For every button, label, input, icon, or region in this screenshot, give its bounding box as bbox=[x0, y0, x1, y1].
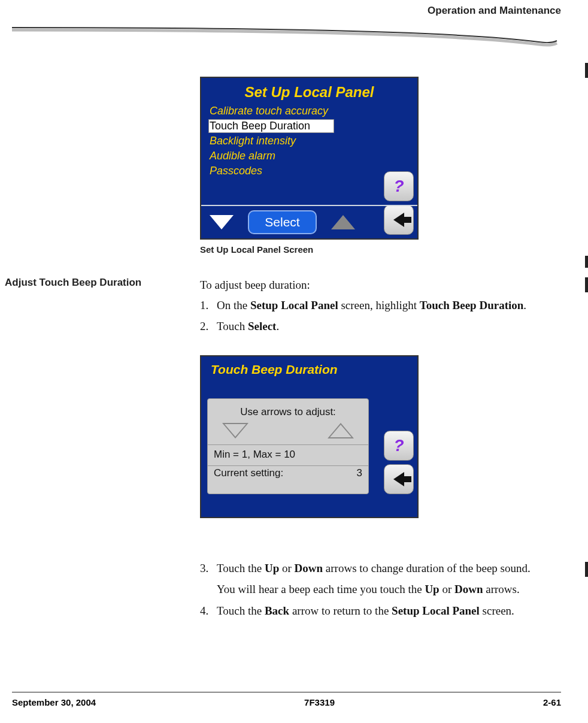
panel-title: Set Up Local Panel bbox=[201, 78, 417, 101]
back-button[interactable] bbox=[384, 464, 414, 494]
text: Touch the bbox=[217, 562, 265, 574]
menu-item-calibrate[interactable]: Calibrate touch accuracy bbox=[208, 104, 334, 118]
current-label: Current setting: bbox=[214, 467, 283, 479]
range-label: Min = 1, Max = 10 bbox=[208, 445, 368, 462]
text: You will hear a beep each time you touch… bbox=[217, 583, 425, 595]
question-icon: ? bbox=[393, 177, 404, 196]
panel-title: Touch Beep Duration bbox=[201, 356, 417, 377]
text: or bbox=[279, 562, 294, 574]
text: arrows to change duration of the beep so… bbox=[323, 562, 531, 574]
step-number: 3. bbox=[200, 560, 208, 577]
step-number: 4. bbox=[200, 603, 208, 620]
text: . bbox=[523, 299, 526, 311]
page-footer: September 30, 2004 7F3319 2-61 bbox=[12, 692, 561, 707]
step-2: 2. Touch Select. bbox=[200, 318, 565, 335]
footer-date: September 30, 2004 bbox=[12, 697, 96, 707]
step-3: 3. Touch the Up or Down arrows to change… bbox=[200, 560, 565, 577]
up-arrow-icon[interactable] bbox=[331, 215, 355, 229]
header-swoosh bbox=[12, 24, 569, 48]
question-icon: ? bbox=[393, 436, 404, 455]
chapter-title: Operation and Maintenance bbox=[428, 5, 561, 17]
bold-text: Setup Local Panel bbox=[250, 299, 338, 311]
text: On the bbox=[217, 299, 250, 311]
revision-bar bbox=[585, 63, 588, 78]
step-4: 4. Touch the Back arrow to return to the… bbox=[200, 603, 565, 620]
help-button[interactable]: ? bbox=[384, 171, 414, 201]
help-button[interactable]: ? bbox=[384, 431, 414, 461]
back-arrow-icon bbox=[393, 472, 404, 486]
text: or bbox=[440, 583, 454, 595]
menu-item-alarm[interactable]: Audible alarm bbox=[208, 149, 334, 163]
text: screen. bbox=[480, 604, 514, 617]
current-value: 3 bbox=[357, 467, 362, 479]
bold-text: Setup Local Panel bbox=[392, 604, 480, 617]
step-3-cont: You will hear a beep each time you touch… bbox=[200, 581, 565, 598]
bold-text: Touch Beep Duration bbox=[420, 299, 524, 311]
bold-text: Back bbox=[265, 604, 289, 617]
menu-list: Calibrate touch accuracy Touch Beep Dura… bbox=[208, 104, 417, 178]
revision-bar bbox=[585, 562, 588, 577]
text: . bbox=[276, 320, 279, 332]
bold-text: Up bbox=[265, 562, 279, 574]
down-arrow-icon[interactable] bbox=[222, 423, 248, 438]
bottom-bar: Select bbox=[201, 205, 417, 238]
down-arrow-icon[interactable] bbox=[210, 215, 234, 229]
revision-bar bbox=[585, 256, 588, 268]
intro-text: To adjust beep duration: bbox=[200, 277, 565, 294]
adjust-panel: Use arrows to adjust: Min = 1, Max = 10 … bbox=[207, 398, 369, 494]
footer-page: 2-61 bbox=[543, 697, 561, 707]
text: arrows. bbox=[483, 583, 520, 595]
step-number: 2. bbox=[200, 318, 208, 335]
bold-text: Up bbox=[425, 583, 439, 595]
menu-item-touch-beep[interactable]: Touch Beep Duration bbox=[208, 119, 334, 133]
bold-text: Down bbox=[454, 583, 483, 595]
select-button[interactable]: Select bbox=[248, 210, 317, 234]
up-arrow-icon[interactable] bbox=[328, 423, 354, 438]
bold-text: Select bbox=[248, 320, 276, 332]
revision-bar bbox=[585, 277, 588, 292]
bold-text: Down bbox=[295, 562, 323, 574]
step-number: 1. bbox=[200, 297, 208, 314]
menu-item-backlight[interactable]: Backlight intensity bbox=[208, 134, 334, 148]
instruction-label: Use arrows to adjust: bbox=[208, 399, 368, 418]
text: Touch the bbox=[217, 604, 265, 617]
text: arrow to return to the bbox=[289, 604, 392, 617]
section-heading: Adjust Touch Beep Duration bbox=[5, 277, 141, 289]
figure-caption: Set Up Local Panel Screen bbox=[200, 244, 313, 255]
menu-item-passcodes[interactable]: Passcodes bbox=[208, 164, 334, 178]
step-1: 1. On the Setup Local Panel screen, high… bbox=[200, 297, 565, 314]
touch-beep-screen: Touch Beep Duration Use arrows to adjust… bbox=[200, 355, 419, 518]
setup-panel-screen: Set Up Local Panel Calibrate touch accur… bbox=[200, 77, 419, 240]
text: Touch bbox=[217, 320, 248, 332]
text: screen, highlight bbox=[338, 299, 420, 311]
footer-docid: 7F3319 bbox=[304, 697, 335, 707]
